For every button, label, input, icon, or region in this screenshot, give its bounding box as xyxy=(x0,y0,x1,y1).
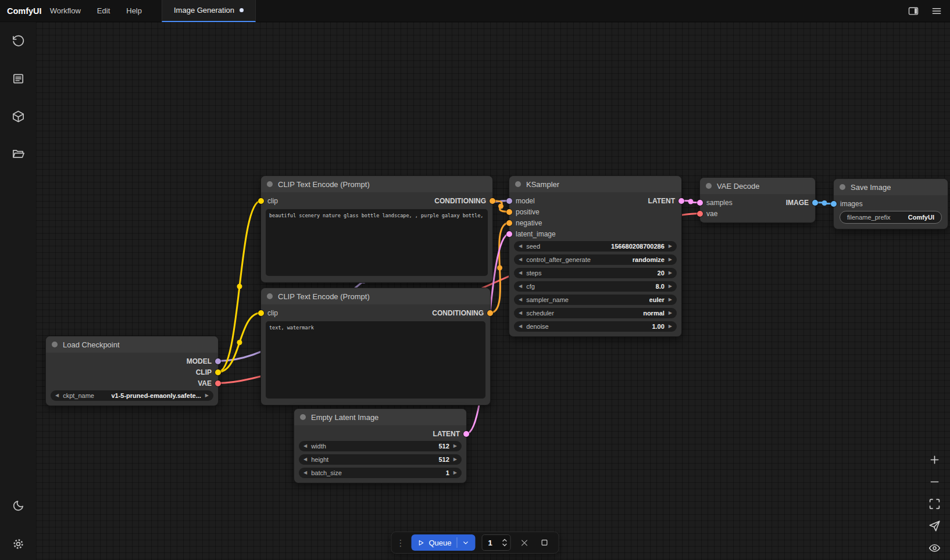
toolbar-drag-handle[interactable]: ⋮ xyxy=(396,539,405,547)
node-vae-decode[interactable]: VAE DecodesamplesvaeIMAGE xyxy=(699,177,816,223)
settings-button[interactable] xyxy=(10,536,26,552)
node-save-image[interactable]: Save Imageimagesfilename_prefixComfyUI xyxy=(833,178,948,229)
input-port-vae[interactable] xyxy=(697,211,703,217)
widget-width[interactable]: ◀width512▶ xyxy=(299,441,462,451)
widget-seed[interactable]: ◀seed156680208700286▶ xyxy=(514,241,677,252)
zoom-in-button[interactable] xyxy=(928,453,941,466)
widget-steps[interactable]: ◀steps20▶ xyxy=(514,268,677,278)
node-header[interactable]: CLIP Text Encode (Prompt) xyxy=(261,288,490,304)
widget-decrement-arrow-icon[interactable]: ◀ xyxy=(519,244,522,249)
widget-filename-prefix[interactable]: filename_prefixComfyUI xyxy=(840,211,942,224)
output-port-image[interactable] xyxy=(812,200,818,206)
prompt-textarea[interactable]: beautiful scenery nature glass bottle la… xyxy=(266,209,488,276)
widget-decrement-arrow-icon[interactable]: ◀ xyxy=(519,311,522,315)
widget-decrement-arrow-icon[interactable]: ◀ xyxy=(519,257,522,262)
widget-sampler-name[interactable]: ◀sampler_nameeuler▶ xyxy=(514,295,677,305)
widget-decrement-arrow-icon[interactable]: ◀ xyxy=(519,284,522,289)
output-port-clip[interactable] xyxy=(215,369,221,375)
node-collapse-dot[interactable] xyxy=(267,181,273,187)
widget-decrement-arrow-icon[interactable]: ◀ xyxy=(303,444,307,448)
node-header[interactable]: Save Image xyxy=(834,179,948,195)
batch-count-steppers[interactable] xyxy=(502,539,508,547)
output-port-latent[interactable] xyxy=(463,431,469,437)
node-header[interactable]: CLIP Text Encode (Prompt) xyxy=(261,176,492,192)
widget-increment-arrow-icon[interactable]: ▶ xyxy=(669,284,672,289)
widget-decrement-arrow-icon[interactable]: ◀ xyxy=(303,457,307,462)
node-canvas[interactable]: Load CheckpointMODELCLIPVAE◀ckpt_namev1-… xyxy=(36,22,950,560)
output-port-vae[interactable] xyxy=(215,380,221,386)
stepper-down-icon[interactable] xyxy=(502,543,508,547)
widget-decrement-arrow-icon[interactable]: ◀ xyxy=(519,297,522,302)
widget-batch-size[interactable]: ◀batch_size1▶ xyxy=(299,468,462,478)
widget-decrement-arrow-icon[interactable]: ◀ xyxy=(519,324,522,329)
input-port-negative[interactable] xyxy=(506,220,512,226)
output-port-model[interactable] xyxy=(215,358,221,364)
node-clip-text-encode-negative[interactable]: CLIP Text Encode (Prompt)clipCONDITIONIN… xyxy=(260,288,491,405)
widget-ckpt-name[interactable]: ◀ckpt_namev1-5-pruned-emaonly.safete...▶ xyxy=(51,390,213,401)
queue-options-chevron[interactable] xyxy=(457,537,470,548)
menu-edit[interactable]: Edit xyxy=(97,6,110,15)
widget-increment-arrow-icon[interactable]: ▶ xyxy=(453,444,457,448)
widget-control-after-generate[interactable]: ◀control_after_generaterandomize▶ xyxy=(514,254,677,265)
input-port-clip[interactable] xyxy=(258,198,264,204)
node-collapse-dot[interactable] xyxy=(706,183,712,189)
zoom-out-button[interactable] xyxy=(928,475,941,488)
stop-button[interactable] xyxy=(538,536,552,550)
node-load-checkpoint[interactable]: Load CheckpointMODELCLIPVAE◀ckpt_namev1-… xyxy=(45,336,219,406)
node-clip-text-encode-positive[interactable]: CLIP Text Encode (Prompt)clipCONDITIONIN… xyxy=(260,175,493,283)
node-collapse-dot[interactable] xyxy=(267,293,273,299)
input-port-positive[interactable] xyxy=(506,209,512,215)
node-collapse-dot[interactable] xyxy=(300,414,306,420)
widget-increment-arrow-icon[interactable]: ▶ xyxy=(453,457,457,462)
select-mode-button[interactable] xyxy=(928,519,941,532)
queue-button[interactable]: Queue xyxy=(411,534,475,551)
widget-height[interactable]: ◀height512▶ xyxy=(299,454,462,465)
widget-increment-arrow-icon[interactable]: ▶ xyxy=(669,297,672,302)
node-header[interactable]: KSampler xyxy=(509,176,681,192)
widget-decrement-arrow-icon[interactable]: ◀ xyxy=(55,393,59,398)
model-library-button[interactable] xyxy=(10,108,26,124)
node-header[interactable]: Empty Latent Image xyxy=(294,409,466,425)
input-port-latent-image[interactable] xyxy=(506,231,512,237)
fit-view-button[interactable] xyxy=(928,497,941,510)
main-menu-button[interactable] xyxy=(927,2,947,20)
output-port-latent[interactable] xyxy=(678,198,684,204)
workflow-history-button[interactable] xyxy=(10,33,26,49)
visibility-toggle-button[interactable] xyxy=(928,541,941,554)
prompt-textarea[interactable]: text, watermark xyxy=(266,321,485,399)
sidebar-queue-button[interactable] xyxy=(10,70,26,87)
node-collapse-dot[interactable] xyxy=(515,181,521,187)
widget-increment-arrow-icon[interactable]: ▶ xyxy=(669,311,672,315)
tab-image-generation[interactable]: Image Generation xyxy=(162,0,256,22)
widget-increment-arrow-icon[interactable]: ▶ xyxy=(453,471,457,475)
node-collapse-dot[interactable] xyxy=(840,184,845,190)
input-port-clip[interactable] xyxy=(258,310,264,316)
menu-help[interactable]: Help xyxy=(126,6,142,15)
menu-workflow[interactable]: Workflow xyxy=(50,6,81,15)
widget-cfg[interactable]: ◀cfg8.0▶ xyxy=(514,281,677,292)
node-collapse-dot[interactable] xyxy=(52,342,58,347)
output-port-conditioning[interactable] xyxy=(490,198,495,204)
widget-denoise[interactable]: ◀denoise1.00▶ xyxy=(514,321,677,332)
node-header[interactable]: VAE Decode xyxy=(700,178,815,194)
node-empty-latent-image[interactable]: Empty Latent ImageLATENT◀width512▶◀heigh… xyxy=(294,408,467,483)
input-port-samples[interactable] xyxy=(697,200,703,206)
stepper-up-icon[interactable] xyxy=(502,539,508,542)
widget-increment-arrow-icon[interactable]: ▶ xyxy=(669,257,672,262)
widget-increment-arrow-icon[interactable]: ▶ xyxy=(205,393,209,398)
theme-toggle-button[interactable] xyxy=(10,497,26,514)
node-header[interactable]: Load Checkpoint xyxy=(46,336,218,353)
node-ksampler[interactable]: KSamplermodelpositivenegativelatent_imag… xyxy=(509,175,682,337)
input-port-model[interactable] xyxy=(506,198,512,204)
input-port-images[interactable] xyxy=(831,201,837,207)
output-port-conditioning[interactable] xyxy=(487,310,493,316)
batch-count-spinner[interactable]: 1 xyxy=(482,534,511,551)
widget-decrement-arrow-icon[interactable]: ◀ xyxy=(303,471,307,475)
widget-increment-arrow-icon[interactable]: ▶ xyxy=(669,324,672,329)
widget-increment-arrow-icon[interactable]: ▶ xyxy=(669,271,672,275)
widget-increment-arrow-icon[interactable]: ▶ xyxy=(669,244,672,249)
interrupt-button[interactable] xyxy=(517,536,531,550)
widget-scheduler[interactable]: ◀schedulernormal▶ xyxy=(514,308,677,318)
panel-toggle-button[interactable] xyxy=(903,2,923,20)
widget-decrement-arrow-icon[interactable]: ◀ xyxy=(519,271,522,275)
